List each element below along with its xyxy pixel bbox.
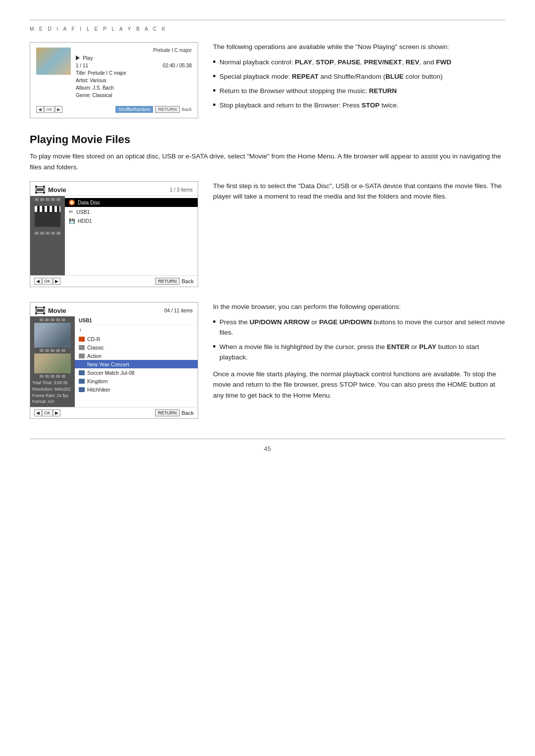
film-kingdom-icon	[79, 379, 85, 384]
ms2-footer: ◀ OK ▶ RETURN Back	[30, 407, 198, 418]
svg-rect-9	[35, 312, 37, 314]
nav-controls-movie-1: ◀ OK ▶	[34, 278, 60, 285]
np-genre: Genre: Classical	[76, 92, 192, 99]
return-btn[interactable]: RETURN	[155, 106, 180, 113]
mb2-bullet-dot-2	[213, 345, 215, 348]
nav-right-ms2[interactable]: ▶	[53, 409, 60, 416]
ms2-item-concert-label: New Year Concert	[87, 361, 129, 367]
ms2-item-action-label: Action	[87, 353, 102, 359]
ms2-item-concert[interactable]: New Year Concert	[75, 360, 198, 368]
film-strip-dots-2	[30, 230, 65, 237]
ms2-header: Movie 04 / 11 items	[30, 302, 198, 316]
bullet-item-2: Special playback mode: REPEAT and Shuffl…	[213, 72, 505, 82]
movie-browser-2-count: 04 / 11 items	[164, 308, 193, 313]
ms2-item-kingdom[interactable]: Kingdom	[75, 377, 198, 385]
now-playing-screen-col: Prelude I C major Play 1 / 11 02:40 / 05…	[30, 42, 198, 118]
mb2-bullet-text-2: When a movie file is highlighted by the …	[219, 342, 505, 363]
bullet-dot-4	[213, 103, 215, 106]
now-playing-section: Prelude I C major Play 1 / 11 02:40 / 05…	[30, 42, 505, 118]
ms2-film-strip: Total Time: 3:00:35 Resolution: 840x252 …	[30, 316, 75, 407]
np-info-panel: Prelude I C major Play 1 / 11 02:40 / 05…	[76, 48, 192, 99]
return-btn-ms2[interactable]: RETURN	[155, 409, 180, 416]
mb2-bullet-1: Press the UP/DOWN ARROW or PAGE UP/DOWN …	[213, 317, 505, 338]
svg-rect-7	[35, 306, 37, 308]
nav-left-ms2[interactable]: ◀	[34, 409, 42, 416]
nav-controls-ms2: ◀ OK ▶	[34, 409, 60, 416]
folder-cdr-icon	[79, 337, 85, 342]
shuffle-btn[interactable]: Shuffle/Random	[115, 106, 153, 113]
bullet-item-1: Normal playback control: PLAY, STOP, PAU…	[213, 57, 505, 68]
ms2-item-hitchhiker[interactable]: Hitchhiker	[75, 385, 198, 394]
np-album: Album: J.S. Bach	[76, 84, 192, 92]
nav-left-btn[interactable]: ◀	[36, 106, 44, 113]
mb2-bullet-dot-1	[213, 320, 215, 323]
page-header: M E D I A F I L E P L A Y B A C K	[30, 20, 505, 32]
movie-browser-2-desc-col: In the movie browser, you can perform th…	[213, 302, 505, 419]
nav-ok-movie-1[interactable]: OK	[42, 278, 53, 285]
nav-ok-ms2[interactable]: OK	[42, 409, 53, 416]
svg-rect-3	[35, 192, 37, 194]
svg-rect-2	[43, 186, 45, 188]
track-time: 02:40 / 05:38	[163, 63, 192, 68]
nav-ok-btn[interactable]: OK	[44, 106, 54, 113]
bullet-text-1: Normal playback control: PLAY, STOP, PAU…	[219, 57, 451, 68]
play-label: Play	[83, 55, 93, 61]
back-label-movie-1: Back	[182, 278, 194, 284]
np-artist: Artist: Various	[76, 77, 192, 84]
film-strip-dots-1	[30, 196, 65, 203]
ms2-path: USB1	[75, 316, 198, 325]
back-label-ms2: Back	[182, 410, 194, 416]
now-playing-bullets: Normal playback control: PLAY, STOP, PAU…	[213, 57, 505, 111]
ms2-item-cdr[interactable]: CD-R	[75, 335, 198, 343]
movie-list-1: Data Disc ⇐ USB1 💾 HDD1	[65, 196, 198, 275]
now-playing-desc-col: The following operations are available w…	[213, 42, 505, 118]
ms2-item-classic[interactable]: Classic	[75, 343, 198, 352]
movie-browser-1-desc-col: The first step is to select the "Data Di…	[213, 181, 505, 287]
bullet-text-2: Special playback mode: REPEAT and Shuffl…	[219, 72, 443, 82]
movie-icon-2	[35, 306, 45, 314]
movie-browser-1-count: 1 / 3 items	[170, 187, 193, 193]
folder-action-icon	[79, 353, 85, 358]
nav-left-movie-1[interactable]: ◀	[34, 278, 42, 285]
hdd-icon: 💾	[69, 218, 75, 224]
movie-screen-2: Movie 04 / 11 items Total Time: 3:00:35 …	[30, 302, 198, 419]
movie-browser-1-section: Movie 1 / 3 items	[30, 181, 505, 287]
playing-movies-heading: Playing Movie Files	[30, 133, 505, 146]
svg-rect-8	[43, 306, 45, 308]
page-number: 45	[264, 445, 271, 453]
movie-browser-2-title: Movie	[48, 307, 66, 314]
now-playing-screen: Prelude I C major Play 1 / 11 02:40 / 05…	[30, 42, 198, 118]
folder-classic-icon	[79, 345, 85, 350]
movie-browser-1-desc: The first step is to select the "Data Di…	[213, 181, 505, 202]
mb2-bullet-2: When a movie file is highlighted by the …	[213, 342, 505, 363]
ms2-item-soccer[interactable]: Soccer Match Jul-08	[75, 368, 198, 377]
svg-rect-10	[43, 312, 45, 314]
movie-browser-2-bullets: Press the UP/DOWN ARROW or PAGE UP/DOWN …	[213, 317, 505, 363]
movie-icon-1	[35, 186, 45, 194]
movie-browser-2-col: Movie 04 / 11 items Total Time: 3:00:35 …	[30, 302, 198, 419]
np-top-area: Prelude I C major Play 1 / 11 02:40 / 05…	[36, 48, 192, 99]
ms2-item-action[interactable]: Action	[75, 352, 198, 360]
film-strip-1	[30, 196, 65, 275]
track-counter: 1 / 11	[76, 63, 88, 68]
film-concert-icon	[79, 362, 85, 367]
page-footer: 45	[30, 439, 505, 453]
movie-browser-2-section: Movie 04 / 11 items Total Time: 3:00:35 …	[30, 302, 505, 419]
svg-rect-5	[36, 188, 44, 191]
nav-right-btn[interactable]: ▶	[55, 106, 62, 113]
film-hitchhiker-icon	[79, 387, 85, 392]
svg-rect-11	[36, 309, 44, 312]
np-bottom-bar: ◀ OK ▶ Shuffle/Random RETURN Back	[36, 106, 192, 113]
ms2-item-up[interactable]: ↑	[75, 325, 198, 335]
ms2-thumb-info: Total Time: 3:00:35 Resolution: 840x252 …	[32, 380, 73, 405]
now-playing-intro: The following operations are available w…	[213, 42, 505, 52]
movie-list-item-0[interactable]: Data Disc	[65, 198, 198, 207]
return-btn-movie-1[interactable]: RETURN	[155, 278, 180, 285]
movie-list-item-2[interactable]: 💾 HDD1	[65, 216, 198, 225]
ms2-body: Total Time: 3:00:35 Resolution: 840x252 …	[30, 316, 198, 407]
ms2-item-classic-label: Classic	[87, 345, 104, 351]
section-label: M E D I A F I L E P L A Y B A C K	[30, 26, 167, 32]
nav-right-movie-1[interactable]: ▶	[53, 278, 60, 285]
movie-list-item-1[interactable]: ⇐ USB1	[65, 207, 198, 216]
movie-screen-1-header: Movie 1 / 3 items	[30, 182, 198, 196]
